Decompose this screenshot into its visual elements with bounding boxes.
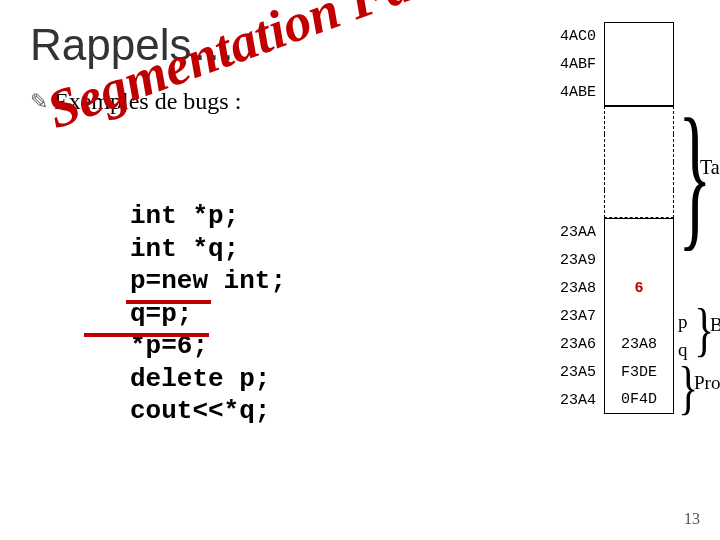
val-cell (604, 50, 674, 78)
code-line: int *p; (130, 200, 286, 233)
val-cell: F3DE (604, 358, 674, 386)
val-cell (604, 22, 674, 50)
addr-cell (534, 134, 604, 162)
addr-cell (534, 106, 604, 134)
addr-cell: 23A6 (534, 330, 604, 358)
addr-cell: 23A5 (534, 358, 604, 386)
subtitle: Exemples de bugs : (54, 88, 241, 115)
val-cell (604, 78, 674, 106)
addr-cell: 4ABF (534, 50, 604, 78)
code-line: int *q; (130, 233, 286, 266)
val-cell (604, 134, 674, 162)
val-cell (604, 106, 674, 134)
label-tas: } Tas (678, 162, 712, 204)
code-block: int *p; int *q; p=new int; q=p; *p=6; de… (130, 200, 286, 428)
underline (126, 300, 211, 304)
val-cell (604, 218, 674, 246)
addr-cell: 23A4 (534, 386, 604, 414)
label-bss: } BSS (694, 322, 714, 349)
val-cell: 0F4D (604, 386, 674, 414)
addr-cell: 23A8 (534, 274, 604, 302)
addr-cell (534, 162, 604, 190)
addr-cell (534, 190, 604, 218)
label-p: p (678, 311, 688, 333)
addr-cell: 23AA (534, 218, 604, 246)
val-cell (604, 162, 674, 190)
val-cell (604, 302, 674, 330)
label-prog: } Prog (678, 380, 698, 407)
bullet-icon: ✎ (30, 89, 48, 115)
memory-diagram: 4AC0 4ABF 4ABE 23AA 23A9 23A8 23A7 23A6 … (534, 22, 720, 414)
addr-cell: 4AC0 (534, 22, 604, 50)
val-cell: 23A8 (604, 330, 674, 358)
val-cell (604, 190, 674, 218)
code-line: p=new int; (130, 265, 286, 298)
slide-number: 13 (684, 510, 700, 528)
val-cell (604, 246, 674, 274)
addr-cell: 23A9 (534, 246, 604, 274)
addr-cell: 4ABE (534, 78, 604, 106)
addr-cell: 23A7 (534, 302, 604, 330)
val-cell: 6 (604, 274, 674, 302)
underline (84, 333, 209, 337)
code-line: cout<<*q; (130, 395, 286, 428)
code-line: delete p; (130, 363, 286, 396)
